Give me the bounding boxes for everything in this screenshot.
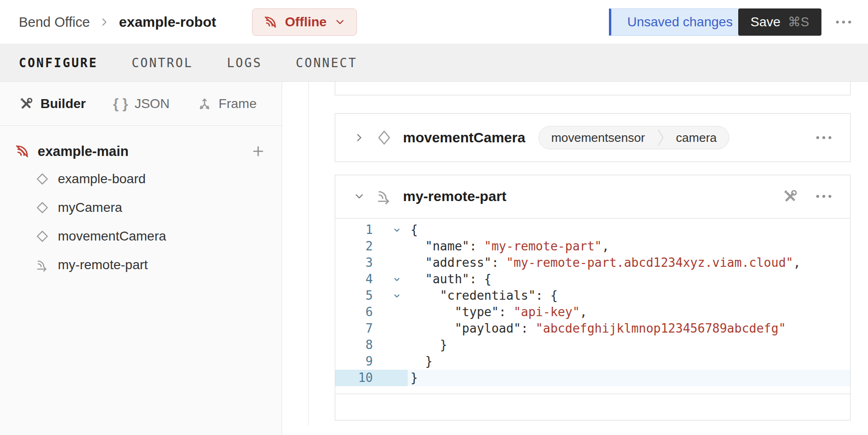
code-line[interactable]: 9 }: [335, 353, 850, 370]
tree-item-my-remote-part[interactable]: my-remote-part: [0, 250, 282, 279]
save-shortcut-hint: ⌘S: [788, 15, 809, 30]
mode-toggle-frame[interactable]: Frame: [197, 96, 257, 111]
tab-connect[interactable]: CONNECT: [296, 56, 357, 70]
card-title: movementCamera: [403, 130, 525, 146]
tools-icon: [19, 96, 34, 111]
code-line[interactable]: 8 }: [335, 337, 850, 353]
tree-item-myCamera[interactable]: myCamera: [0, 193, 282, 222]
code-text: }: [408, 337, 850, 353]
fold-chevron-icon[interactable]: [373, 271, 408, 287]
tree-main-label: example-main: [38, 144, 128, 159]
code-line[interactable]: 1 {: [335, 222, 850, 238]
remote-part-icon: [35, 258, 49, 272]
code-text: }: [408, 370, 850, 386]
gutter: 4: [335, 271, 408, 287]
tab-configure[interactable]: CONFIGURE: [19, 56, 98, 70]
header-overflow-menu-button[interactable]: [836, 21, 851, 23]
config-sidebar: Builder { } JSON Frame example-main: [0, 82, 282, 435]
code-text: "payload": "abcdefghijklmnop123456789abc…: [408, 320, 850, 337]
code-text: "credentials": {: [408, 287, 850, 304]
chevron-down-icon: [334, 16, 346, 28]
frame-axes-icon: [197, 96, 212, 111]
braces-icon: { }: [113, 96, 128, 112]
mode-toggle-json[interactable]: { } JSON: [113, 96, 169, 112]
line-number: 10: [335, 370, 373, 386]
machine-tabs: CONFIGURE CONTROL LOGS CONNECT: [0, 44, 868, 82]
line-number: 1: [335, 222, 373, 238]
tab-control[interactable]: CONTROL: [132, 56, 193, 70]
code-text: "address": "my-remote-part.abcd1234xyz.v…: [408, 255, 850, 271]
line-number: 3: [335, 255, 373, 271]
code-text: {: [408, 222, 850, 238]
save-button[interactable]: Save ⌘S: [738, 8, 821, 36]
gutter: 3: [335, 255, 408, 271]
tree-item-example-board[interactable]: example-board: [0, 164, 282, 193]
content-divider: [308, 82, 309, 426]
remote-part-icon: [376, 188, 393, 205]
code-line[interactable]: 7 "payload": "abcdefghijklmnop123456789a…: [335, 320, 850, 337]
gutter: 8: [335, 337, 408, 353]
remote-card-my-remote-part: my-remote-part 1 { 2 "name": "my-remote-…: [335, 175, 851, 420]
status-label: Offline: [285, 15, 327, 30]
collapse-chevron-down-icon[interactable]: [353, 190, 365, 202]
tag-movementsensor: movementsensor: [539, 131, 657, 145]
code-text: "auth": {: [408, 271, 850, 287]
tag-camera: camera: [664, 131, 729, 145]
gutter: 6: [335, 304, 408, 320]
code-text: "type": "api-key",: [408, 304, 850, 320]
line-number: 8: [335, 337, 373, 353]
json-code-editor[interactable]: 1 { 2 "name": "my-remote-part", 3 "addre…: [335, 218, 851, 394]
gutter: 10: [335, 370, 408, 386]
card-overflow-menu-button[interactable]: [816, 136, 831, 139]
tree-part-main[interactable]: example-main: [0, 138, 282, 164]
wifi-off-icon: [263, 15, 278, 30]
fold-gutter[interactable]: [373, 337, 408, 353]
gutter: 7: [335, 320, 408, 337]
tab-logs[interactable]: LOGS: [227, 56, 262, 70]
fold-gutter[interactable]: [373, 238, 408, 255]
tag-divider: [657, 126, 664, 149]
code-line[interactable]: 5 "credentials": {: [335, 287, 850, 304]
gutter: 2: [335, 238, 408, 255]
card-overflow-menu-button[interactable]: [816, 195, 831, 198]
fold-gutter[interactable]: [373, 370, 408, 386]
code-text: }: [408, 353, 850, 370]
line-number: 2: [335, 238, 373, 255]
fold-gutter[interactable]: [373, 304, 408, 320]
app-header: Bend Office example-robot Offline Unsa: [0, 0, 868, 44]
component-diamond-icon: [35, 229, 49, 243]
code-line[interactable]: 2 "name": "my-remote-part",: [335, 238, 850, 255]
chevron-right-icon: [98, 16, 110, 28]
breadcrumb-org[interactable]: Bend Office: [19, 15, 90, 30]
code-text: "name": "my-remote-part",: [408, 238, 850, 255]
fold-gutter[interactable]: [373, 255, 408, 271]
code-line[interactable]: 4 "auth": {: [335, 271, 850, 287]
machine-status-dropdown[interactable]: Offline: [252, 8, 357, 36]
unsaved-changes-badge: Unsaved changes: [609, 8, 749, 36]
previous-card-partial: [335, 82, 851, 95]
fold-gutter[interactable]: [373, 320, 408, 337]
tools-icon[interactable]: [782, 188, 798, 204]
config-mode-switcher: Builder { } JSON Frame: [0, 82, 282, 126]
component-diamond-icon: [35, 201, 49, 215]
gutter: 1: [335, 222, 408, 238]
expand-chevron-right-icon[interactable]: [353, 132, 365, 144]
mode-toggle-builder[interactable]: Builder: [19, 96, 86, 111]
line-number: 5: [335, 287, 373, 304]
card-title: my-remote-part: [403, 188, 506, 204]
tree-item-movementCamera[interactable]: movementCamera: [0, 222, 282, 250]
component-tree: example-main example-board myCamera move…: [0, 126, 282, 279]
line-number: 4: [335, 271, 373, 287]
save-button-label: Save: [750, 15, 781, 30]
gutter: 9: [335, 353, 408, 370]
component-diamond-icon: [376, 129, 393, 146]
code-line[interactable]: 10 }: [335, 370, 850, 386]
fold-chevron-icon[interactable]: [373, 222, 408, 238]
fold-gutter[interactable]: [373, 353, 408, 370]
code-line[interactable]: 3 "address": "my-remote-part.abcd1234xyz…: [335, 255, 850, 271]
component-type-tags: movementsensorcamera: [538, 126, 729, 149]
add-component-button[interactable]: [251, 144, 266, 159]
component-diamond-icon: [35, 172, 49, 186]
fold-chevron-icon[interactable]: [373, 287, 408, 304]
code-line[interactable]: 6 "type": "api-key",: [335, 304, 850, 320]
